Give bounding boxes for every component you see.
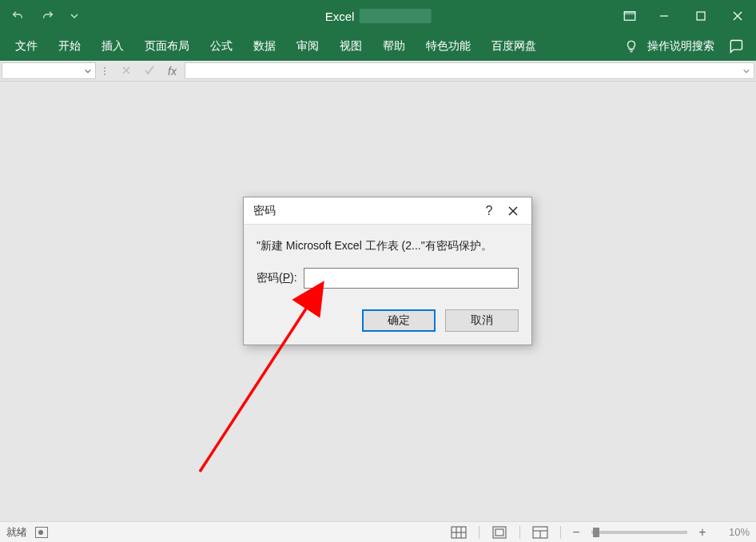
ribbon-tabs: 文件 开始 插入 页面布局 公式 数据 审阅 视图 帮助 特色功能 百度网盘 操… [0, 32, 756, 61]
tab-help[interactable]: 帮助 [372, 32, 416, 61]
dialog-buttons: 确定 取消 [244, 309, 531, 345]
svg-rect-3 [697, 12, 705, 20]
dialog-help-button[interactable]: ? [477, 204, 501, 218]
cancel-button[interactable]: 取消 [445, 309, 519, 332]
formula-input[interactable] [185, 62, 754, 79]
status-divider [479, 526, 479, 539]
tab-review[interactable]: 审阅 [286, 32, 329, 61]
comments-button[interactable] [727, 38, 745, 55]
svg-point-7 [104, 70, 105, 72]
tab-view[interactable]: 视图 [329, 32, 372, 61]
tab-home[interactable]: 开始 [48, 32, 91, 61]
formula-bar: fx [0, 61, 756, 82]
dialog-message: "新建 Microsoft Excel 工作表 (2..."有密码保护。 [257, 239, 519, 253]
formula-bar-buttons: fx [113, 61, 185, 81]
dialog-body: "新建 Microsoft Excel 工作表 (2..."有密码保护。 密码(… [244, 225, 531, 309]
app-title: Excel [325, 9, 432, 23]
status-right: − + 10% [448, 524, 750, 540]
tab-formulas[interactable]: 公式 [200, 32, 243, 61]
view-page-layout-button[interactable] [489, 524, 510, 540]
quick-access-toolbar [0, 0, 82, 32]
view-page-break-button[interactable] [530, 524, 551, 540]
svg-point-6 [104, 67, 105, 69]
insert-function-button[interactable]: fx [168, 65, 177, 78]
zoom-slider-thumb[interactable] [593, 528, 599, 537]
dialog-title-bar[interactable]: 密码 ? [244, 197, 531, 225]
app-title-text: Excel [325, 10, 355, 23]
redo-button[interactable] [37, 5, 59, 27]
tab-special-features[interactable]: 特色功能 [416, 32, 481, 61]
tab-baidu-netdisk[interactable]: 百度网盘 [481, 32, 547, 61]
status-left: 就绪 [6, 525, 48, 540]
tell-me-search[interactable]: 操作说明搜索 [647, 32, 719, 61]
dialog-close-button[interactable] [501, 206, 525, 216]
undo-button[interactable] [6, 5, 29, 27]
formula-bar-separator [96, 61, 113, 81]
password-dialog: 密码 ? "新建 Microsoft Excel 工作表 (2..."有密码保护… [243, 197, 532, 345]
qat-customize-button[interactable] [67, 5, 82, 27]
tab-page-layout[interactable]: 页面布局 [134, 32, 200, 61]
status-ready: 就绪 [6, 525, 27, 540]
status-divider [519, 526, 520, 539]
ok-button[interactable]: 确定 [362, 309, 436, 332]
macro-record-icon[interactable] [35, 527, 48, 538]
zoom-level[interactable]: 10% [718, 526, 750, 538]
ribbon-tabs-right: 操作说明搜索 [623, 32, 751, 61]
title-blurred-filename [359, 9, 431, 23]
lightbulb-icon [623, 38, 639, 54]
cancel-formula-icon[interactable] [121, 64, 131, 78]
password-label: 密码(P): [257, 271, 297, 285]
svg-point-8 [104, 74, 105, 75]
title-bar: Excel [0, 0, 756, 32]
dialog-title: 密码 [253, 204, 477, 218]
minimize-button[interactable] [646, 0, 682, 32]
enter-formula-icon[interactable] [144, 64, 155, 78]
svg-rect-19 [495, 529, 503, 536]
window-controls [614, 0, 756, 32]
status-divider [560, 526, 561, 539]
ribbon-tabs-left: 文件 开始 插入 页面布局 公式 数据 审阅 视图 帮助 特色功能 百度网盘 [5, 32, 547, 61]
zoom-slider[interactable] [591, 531, 687, 534]
name-box[interactable] [2, 62, 96, 79]
close-button[interactable] [719, 0, 756, 32]
password-input[interactable] [304, 268, 519, 289]
tab-data[interactable]: 数据 [243, 32, 286, 61]
password-row: 密码(P): [257, 268, 519, 289]
zoom-in-button[interactable]: + [697, 527, 708, 538]
tab-file[interactable]: 文件 [5, 32, 48, 61]
maximize-button[interactable] [682, 0, 719, 32]
zoom-out-button[interactable]: − [571, 527, 582, 538]
view-normal-button[interactable] [448, 524, 469, 540]
status-bar: 就绪 − + 10% [0, 521, 756, 542]
svg-rect-1 [624, 12, 635, 14]
tab-insert[interactable]: 插入 [91, 32, 134, 61]
ribbon-display-options-button[interactable] [614, 0, 646, 32]
